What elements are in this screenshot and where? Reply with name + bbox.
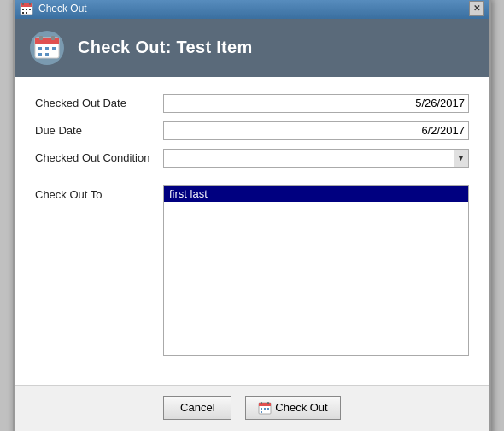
svg-rect-18 [45,53,49,56]
checkout-icon [28,29,66,67]
check-out-to-row: Check Out To first last [35,185,469,356]
svg-rect-22 [267,402,269,404]
cancel-button[interactable]: Cancel [163,396,231,420]
checked-out-condition-row: Checked Out Condition Good Fair Poor ▼ [35,149,469,168]
svg-rect-13 [51,36,55,40]
svg-rect-8 [26,12,27,14]
checked-out-date-row: Checked Out Date [35,94,469,113]
svg-rect-4 [22,9,24,10]
window-icon [20,2,33,15]
form-content: Checked Out Date Due Date Checked Out Co… [15,77,489,385]
svg-rect-24 [264,408,266,410]
svg-rect-23 [261,408,262,410]
checked-out-condition-label: Checked Out Condition [35,151,163,164]
svg-rect-3 [29,3,31,5]
close-button[interactable]: ✕ [469,1,484,16]
dialog-header: Check Out: Test Item [15,19,489,77]
svg-rect-6 [29,9,31,10]
checkout-button-icon [258,401,272,415]
condition-select[interactable]: Good Fair Poor [163,149,469,168]
checked-out-date-label: Checked Out Date [35,97,163,109]
title-bar-left: Check Out [20,2,87,15]
svg-rect-5 [26,9,27,10]
check-out-to-label: Check Out To [35,185,163,201]
due-date-row: Due Date [35,121,469,140]
spacer [35,176,469,185]
due-date-label: Due Date [35,124,163,137]
svg-rect-21 [261,402,262,404]
svg-rect-11 [35,38,59,44]
svg-rect-2 [22,3,24,5]
list-item[interactable]: first last [164,186,468,202]
check-out-window: Check Out ✕ Check Out: Test Item Checked… [13,0,491,431]
dialog-title: Check Out: Test Item [78,38,253,57]
due-date-input[interactable] [163,121,469,140]
svg-rect-25 [267,408,269,410]
svg-rect-7 [22,12,24,14]
svg-rect-12 [39,36,43,40]
title-bar: Check Out ✕ [15,0,489,19]
check-out-to-list[interactable]: first last [163,185,469,356]
checkout-button[interactable]: Check Out [245,396,340,420]
dialog-footer: Cancel Check Out [15,385,489,432]
svg-rect-15 [45,47,49,50]
condition-select-wrapper: Good Fair Poor ▼ [163,149,469,168]
svg-rect-14 [38,47,42,50]
checkout-label: Check Out [275,401,327,414]
svg-rect-16 [52,47,56,50]
checked-out-date-input[interactable] [163,94,469,113]
svg-rect-26 [261,411,262,413]
cancel-label: Cancel [180,401,214,414]
svg-rect-17 [38,53,42,56]
window-title: Check Out [38,3,87,15]
